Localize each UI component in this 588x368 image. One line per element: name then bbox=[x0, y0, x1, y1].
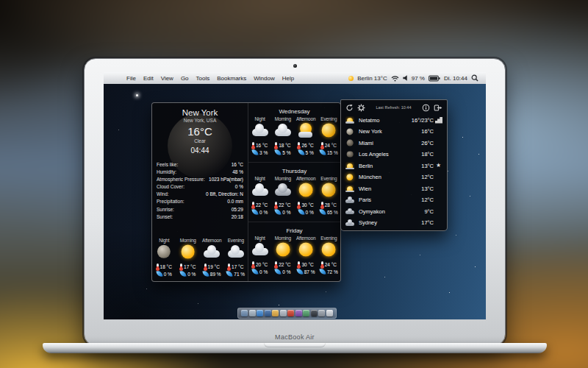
menu-item[interactable]: View bbox=[157, 75, 177, 82]
period-temperature: 22 °C bbox=[271, 201, 294, 208]
thermometer-icon bbox=[275, 202, 277, 208]
forecast-period: Morning 18 °C 5 % bbox=[271, 116, 294, 156]
dock-icon[interactable] bbox=[318, 310, 325, 316]
weather-icon bbox=[297, 123, 315, 138]
weather-icon bbox=[155, 244, 173, 259]
location-name: München bbox=[359, 174, 421, 180]
location-temperature: 16°C bbox=[421, 128, 434, 135]
rain-chance-icon bbox=[251, 208, 258, 215]
weather-icon bbox=[320, 123, 337, 138]
dock-icon[interactable] bbox=[311, 310, 318, 316]
dock-icon[interactable] bbox=[249, 310, 256, 316]
dock-icon[interactable] bbox=[265, 310, 271, 316]
location-temperature: 13°C bbox=[421, 185, 434, 192]
forecast-period: Morning 22 °C 0 % bbox=[271, 176, 294, 216]
day-title: Wednesday bbox=[248, 108, 340, 115]
period-label: Afternoon bbox=[200, 238, 224, 243]
weather-icon bbox=[274, 242, 292, 257]
location-temperature: 12°C bbox=[421, 174, 434, 180]
location-row[interactable]: Paris 12°C bbox=[345, 194, 442, 205]
menu-item[interactable]: Bookmarks bbox=[213, 75, 250, 82]
battery-icon[interactable] bbox=[429, 75, 440, 82]
weather-icon bbox=[345, 219, 354, 227]
menu-item[interactable]: Go bbox=[177, 75, 193, 82]
menu-item[interactable]: Help bbox=[279, 75, 298, 82]
thermometer-icon bbox=[321, 202, 323, 208]
menu-item[interactable]: Edit bbox=[140, 75, 157, 82]
menu-list: File Edit View Go Tools Bookmarks Window bbox=[104, 75, 298, 82]
weather-icon bbox=[345, 174, 354, 181]
rain-chance-icon bbox=[298, 208, 304, 215]
weather-icon bbox=[179, 244, 197, 259]
bright-star bbox=[136, 94, 138, 96]
location-name: Oymyakon bbox=[359, 208, 424, 215]
settings-gear-icon[interactable] bbox=[357, 104, 365, 112]
period-temperature: 22 °C bbox=[248, 201, 271, 208]
weather-icon bbox=[274, 123, 292, 138]
period-temperature: 20 °C bbox=[248, 261, 271, 268]
local-time: 04:44 bbox=[152, 146, 248, 155]
location-row[interactable]: New York 16°C bbox=[345, 126, 442, 137]
info-icon[interactable] bbox=[422, 104, 430, 112]
quit-icon[interactable] bbox=[434, 104, 442, 112]
menu-clock[interactable]: Di. 10:44 bbox=[444, 75, 467, 82]
location-row[interactable]: Oymyakon 9°C bbox=[345, 206, 442, 217]
wifi-icon[interactable] bbox=[391, 75, 399, 82]
menu-item[interactable]: Window bbox=[250, 75, 278, 82]
dock-icon[interactable] bbox=[241, 310, 248, 316]
location-name: Wien bbox=[359, 185, 421, 192]
location-extra-icon bbox=[435, 185, 442, 192]
day-title: Friday bbox=[248, 227, 340, 234]
period-precipitation: 72 % bbox=[318, 268, 340, 275]
webcam-dot bbox=[293, 64, 297, 68]
menu-status-area: Berlin 13°C 97 % Di. 10 bbox=[348, 74, 486, 82]
period-temperature: 16 °C bbox=[248, 141, 271, 149]
period-precipitation: 0 % bbox=[248, 208, 271, 216]
menu-weather-label[interactable]: Berlin 13°C bbox=[357, 75, 387, 82]
period-temperature: 22 °C bbox=[271, 261, 294, 268]
rain-chance-icon bbox=[275, 208, 282, 215]
weather-icon bbox=[251, 183, 269, 197]
rain-chance-icon bbox=[298, 149, 304, 155]
spotlight-search-icon[interactable] bbox=[471, 74, 478, 82]
detail-row: Humidity: 48 % bbox=[157, 169, 243, 176]
dock-icon[interactable] bbox=[257, 310, 263, 316]
period-label: Morning bbox=[271, 176, 294, 181]
location-row[interactable]: Berlin 13°C bbox=[345, 160, 442, 171]
menu-item[interactable]: Tools bbox=[193, 75, 214, 82]
location-row[interactable]: Netatmo 16°/23°C bbox=[345, 115, 442, 126]
dock-icon[interactable] bbox=[272, 310, 279, 316]
location-row[interactable]: Sydney 17°C bbox=[345, 217, 442, 228]
rain-chance-icon bbox=[251, 149, 258, 155]
location-row[interactable]: Wien 13°C bbox=[345, 183, 442, 194]
location-temperature: 13°C bbox=[421, 163, 434, 169]
dock-icon[interactable] bbox=[326, 310, 333, 316]
thermometer-icon bbox=[204, 263, 207, 270]
dock-icon[interactable] bbox=[303, 310, 309, 316]
period-temperature: 30 °C bbox=[295, 201, 318, 208]
detail-label: Precipitation: bbox=[157, 198, 184, 205]
location-row[interactable]: München 12°C bbox=[345, 171, 442, 183]
location-row[interactable]: Los Angeles 18°C bbox=[345, 149, 442, 160]
location-row[interactable]: Miami 26°C bbox=[345, 138, 442, 149]
volume-icon[interactable] bbox=[403, 75, 408, 81]
forecast-period: Evening 24 °C 72 % bbox=[318, 236, 340, 275]
weather-details: Feels like: 16 °C Humidity: 48 % bbox=[152, 161, 248, 221]
menu-item[interactable]: File bbox=[123, 75, 140, 82]
detail-value: 20:18 bbox=[232, 213, 243, 221]
starfield bbox=[104, 84, 104, 85]
dock-icon[interactable] bbox=[280, 310, 287, 316]
location-extra-icon bbox=[435, 208, 442, 215]
weather-icon bbox=[345, 139, 354, 146]
weather-menu-icon[interactable] bbox=[348, 76, 354, 81]
weather-icon bbox=[320, 183, 337, 197]
detail-row: Precipitation: 0.0 mm bbox=[157, 198, 243, 205]
refresh-icon[interactable] bbox=[345, 104, 354, 112]
battery-percent[interactable]: 97 % bbox=[412, 75, 425, 82]
location-temperature: 9°C bbox=[424, 208, 434, 215]
location-extra-icon bbox=[435, 174, 442, 180]
macbook-lid: File Edit View Go Tools Bookmarks Window bbox=[84, 58, 506, 346]
city-name: New York bbox=[152, 108, 248, 117]
dock-icon[interactable] bbox=[295, 310, 302, 316]
dock-icon[interactable] bbox=[287, 310, 294, 316]
